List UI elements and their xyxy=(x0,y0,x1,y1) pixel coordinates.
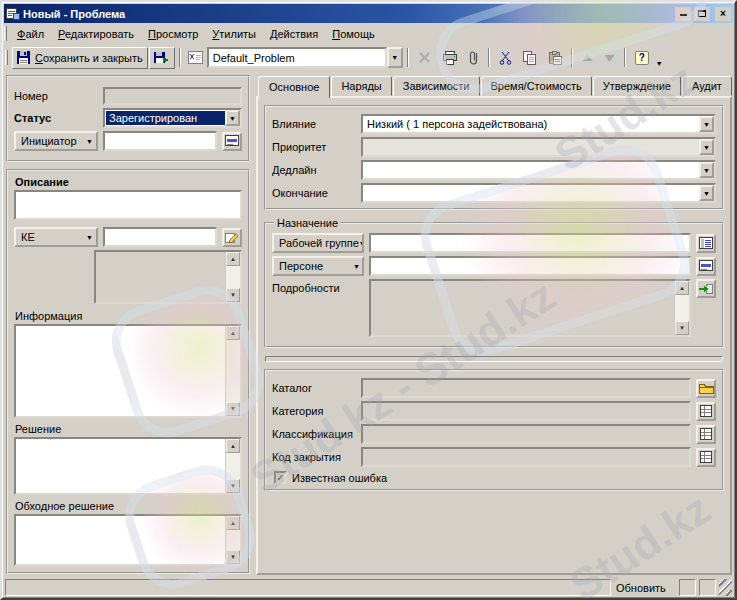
menu-view[interactable]: Просмотр xyxy=(141,26,205,42)
scroll-down-icon[interactable]: ▼ xyxy=(226,402,240,416)
resize-grip[interactable] xyxy=(719,579,732,596)
tab-content-general: Влияние Низкий ( 1 персона задействована… xyxy=(256,96,732,575)
menu-file[interactable]: Файл xyxy=(10,26,51,42)
print-button[interactable] xyxy=(437,47,463,69)
tab-time-cost[interactable]: Время/Стоимость xyxy=(481,76,592,96)
initiator-field[interactable] xyxy=(103,131,217,151)
priority-combobox-arrow[interactable]: ▼ xyxy=(699,139,714,155)
workgroup-field[interactable] xyxy=(369,233,691,253)
person-field[interactable] xyxy=(369,256,691,276)
paste-button[interactable] xyxy=(543,47,567,69)
toolbar-separator xyxy=(488,48,490,67)
solution-textarea[interactable]: ▲ ▼ xyxy=(14,437,242,495)
workgroup-browse-button[interactable] xyxy=(696,234,716,253)
finish-combobox-arrow[interactable]: ▼ xyxy=(699,185,714,201)
person-label: Персоне xyxy=(279,260,323,272)
menu-help[interactable]: Помощь xyxy=(325,26,382,42)
impact-value[interactable]: Низкий ( 1 персона задействована) xyxy=(363,116,699,132)
tab-relations[interactable]: Зависимости xyxy=(393,76,480,96)
details-insert-button[interactable] xyxy=(696,279,716,298)
priority-combobox[interactable]: ▼ xyxy=(361,137,716,157)
initiator-browse-button[interactable] xyxy=(222,132,242,151)
initiator-label: Инициатор xyxy=(21,135,77,147)
tab-workorders[interactable]: Наряды xyxy=(331,76,391,96)
classification-label: Классификация xyxy=(272,428,356,440)
close-button[interactable]: × xyxy=(715,7,731,21)
toolbar-overflow-icon[interactable]: ▼ xyxy=(656,60,663,67)
scroll-up-icon[interactable]: ▲ xyxy=(226,516,240,530)
scroll-down-icon[interactable]: ▼ xyxy=(675,321,689,335)
solution-scrollbar[interactable]: ▲ ▼ xyxy=(225,439,240,493)
status-combobox[interactable]: Зарегистрирован ▼ xyxy=(103,108,242,128)
description-field[interactable] xyxy=(14,190,242,220)
scroll-up-icon[interactable]: ▲ xyxy=(226,439,240,453)
attach-button[interactable] xyxy=(464,47,484,69)
scroll-up-icon[interactable]: ▲ xyxy=(226,252,240,266)
ke-dropdown-button[interactable]: КЕ ▼ xyxy=(14,227,98,247)
save-close-button[interactable]: Сохранить и закрыть xyxy=(12,47,148,69)
title-bar[interactable]: Новый - Проблема × xyxy=(4,4,733,23)
menu-grip[interactable] xyxy=(4,26,7,41)
ke-field[interactable] xyxy=(103,227,217,247)
ke-new-button[interactable] xyxy=(222,228,242,247)
save-template-button[interactable] xyxy=(149,47,175,69)
details-scrollbar[interactable]: ▲ ▼ xyxy=(674,281,689,335)
status-value[interactable]: Зарегистрирован xyxy=(106,111,225,125)
template-combobox-arrow[interactable]: ▼ xyxy=(387,47,403,68)
person-browse-button[interactable] xyxy=(696,257,716,276)
scroll-up-icon[interactable]: ▲ xyxy=(226,326,240,340)
cut-button[interactable] xyxy=(494,47,517,69)
workaround-text[interactable] xyxy=(16,516,225,564)
workgroup-dropdown-button[interactable]: Рабочей группе ▼ xyxy=(272,233,364,253)
scroll-up-icon[interactable]: ▲ xyxy=(675,281,689,295)
initiator-dropdown-button[interactable]: Инициатор ▼ xyxy=(14,131,98,151)
closure-code-browse-button[interactable] xyxy=(696,448,716,467)
known-error-checkbox[interactable]: ✓ xyxy=(274,471,287,484)
solution-text[interactable] xyxy=(16,439,225,493)
toolbar-grip[interactable] xyxy=(5,50,8,65)
information-text[interactable] xyxy=(16,326,225,416)
scroll-down-icon[interactable]: ▼ xyxy=(226,550,240,564)
finish-combobox[interactable]: ▼ xyxy=(361,183,716,203)
catalog-browse-button[interactable] xyxy=(696,379,716,398)
chevron-down-icon: ▼ xyxy=(86,138,93,145)
impact-combobox-arrow[interactable]: ▼ xyxy=(699,116,714,132)
information-scrollbar[interactable]: ▲ ▼ xyxy=(225,326,240,416)
catalog-label: Каталог xyxy=(272,382,356,394)
deadline-value[interactable] xyxy=(363,162,699,178)
workaround-textarea[interactable]: ▲ ▼ xyxy=(14,514,242,566)
tab-audit[interactable]: Аудит xyxy=(682,76,732,96)
person-dropdown-button[interactable]: Персоне ▼ xyxy=(272,256,364,276)
refresh-button[interactable]: Обновить xyxy=(614,579,676,596)
menu-actions[interactable]: Действия xyxy=(263,26,325,42)
status-combobox-arrow[interactable]: ▼ xyxy=(225,110,240,126)
help-button[interactable]: ? xyxy=(630,47,654,69)
prev-button xyxy=(577,47,598,69)
deadline-combobox-arrow[interactable]: ▼ xyxy=(699,162,714,178)
impact-combobox[interactable]: Низкий ( 1 персона задействована) ▼ xyxy=(361,114,716,134)
template-combobox[interactable]: Default_Problem ▼ xyxy=(207,47,403,68)
minimize-button[interactable] xyxy=(675,7,691,21)
ke-details-scrollbar[interactable]: ▲ ▼ xyxy=(225,252,240,302)
tab-general[interactable]: Основное xyxy=(258,76,330,98)
solution-label: Решение xyxy=(15,423,242,435)
scroll-down-icon[interactable]: ▼ xyxy=(226,288,240,302)
number-label: Номер xyxy=(14,90,98,102)
priority-value[interactable] xyxy=(363,139,699,155)
scroll-down-icon[interactable]: ▼ xyxy=(226,479,240,493)
maximize-button[interactable] xyxy=(694,7,710,21)
assignment-group: Назначение Рабочей группе ▼ xyxy=(264,217,724,348)
menu-utilities[interactable]: Утилиты xyxy=(205,26,263,42)
copy-button[interactable] xyxy=(518,47,542,69)
workaround-scrollbar[interactable]: ▲ ▼ xyxy=(225,516,240,564)
maximize-icon xyxy=(698,10,706,17)
classification-browse-button[interactable] xyxy=(696,425,716,444)
insert-arrow-icon xyxy=(699,283,713,295)
information-textarea[interactable]: ▲ ▼ xyxy=(14,324,242,418)
finish-value[interactable] xyxy=(363,185,699,201)
template-combobox-value[interactable]: Default_Problem xyxy=(207,47,387,68)
menu-edit[interactable]: Редактировать xyxy=(51,26,141,42)
tab-approval[interactable]: Утверждение xyxy=(593,76,681,96)
deadline-combobox[interactable]: ▼ xyxy=(361,160,716,180)
category-browse-button[interactable] xyxy=(696,402,716,421)
